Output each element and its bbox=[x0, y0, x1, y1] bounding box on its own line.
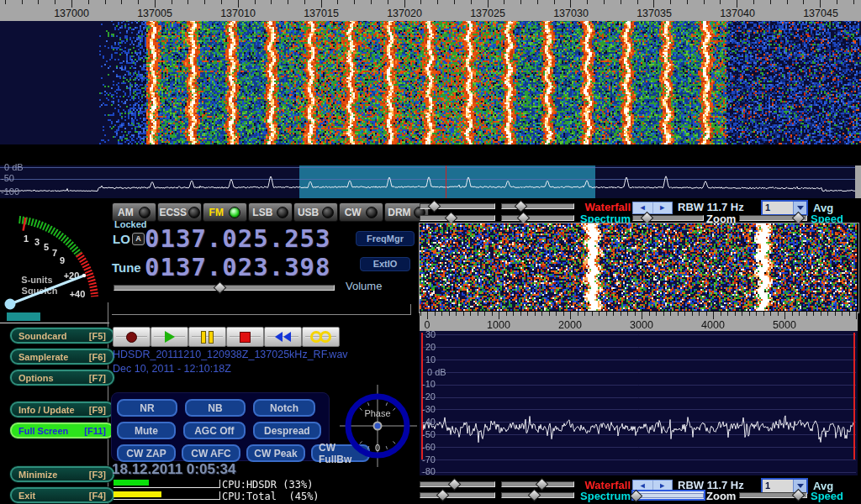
mute-button[interactable]: Mute bbox=[117, 422, 176, 439]
rf-waterfall-display[interactable] bbox=[0, 0, 861, 144]
rf-scale-ticks bbox=[0, 0, 861, 8]
fullscreen-button[interactable]: Full Screen[F11] bbox=[10, 423, 114, 438]
phase-indicator: Phase 0 bbox=[340, 385, 417, 467]
mode-led-icon bbox=[277, 207, 288, 218]
audio-db-label: -50 bbox=[422, 429, 436, 439]
slider-thumb[interactable] bbox=[436, 489, 450, 502]
nb-button[interactable]: NB bbox=[185, 399, 246, 417]
audio-frequency-scale[interactable]: 0 1000 2000 3000 4000 5000 bbox=[420, 312, 858, 331]
mode-led-icon bbox=[322, 207, 334, 218]
notch-button[interactable]: Notch bbox=[253, 399, 315, 417]
cw-zap-button[interactable]: CW ZAP bbox=[117, 444, 176, 462]
audio-db-label: -80 bbox=[422, 466, 436, 476]
volume-label: Volume bbox=[346, 280, 382, 292]
lo-auto-badge[interactable]: A bbox=[132, 233, 145, 245]
spectrum-min-slider-2[interactable] bbox=[420, 491, 495, 500]
recording-date: Dec 10, 2011 - 12:10:18Z bbox=[113, 363, 231, 375]
rewind-button[interactable] bbox=[264, 327, 302, 347]
waterfall-brightness-slider-2[interactable] bbox=[420, 480, 495, 489]
mode-ecss-button[interactable]: ECSS bbox=[157, 202, 202, 222]
button-hotkey: [F9] bbox=[89, 405, 106, 415]
rf-scale-label: 137045 bbox=[795, 8, 846, 19]
spectrum-max-slider-2[interactable] bbox=[501, 491, 574, 500]
audio-scale-label: 4000 bbox=[692, 319, 734, 331]
dsp-panel: NR NB Notch Mute AGC Off Despread CW ZAP… bbox=[111, 392, 330, 461]
s-meter-caption: S-units bbox=[21, 275, 52, 285]
rf-spectrum-display[interactable] bbox=[0, 165, 861, 198]
speed-slider-2[interactable] bbox=[739, 491, 807, 500]
rbw-spinner[interactable]: ◄► bbox=[632, 202, 673, 214]
rf-scale-label: 137005 bbox=[129, 8, 180, 19]
slider-track[interactable] bbox=[501, 203, 574, 209]
play-button[interactable] bbox=[151, 327, 188, 347]
freqmgr-button[interactable]: FreqMgr bbox=[356, 231, 415, 246]
audio-db-label: -30 bbox=[422, 404, 436, 414]
audio-scale-label: 2000 bbox=[549, 319, 591, 331]
phase-value: 0 bbox=[375, 443, 380, 453]
record-button[interactable] bbox=[113, 327, 151, 347]
slider-thumb[interactable] bbox=[536, 478, 549, 491]
soundcard-button[interactable]: Soundcard[F5] bbox=[10, 328, 114, 344]
slider-thumb[interactable] bbox=[214, 281, 227, 295]
stop-button[interactable] bbox=[226, 327, 264, 347]
s-meter-tick-label: +40 bbox=[70, 289, 86, 299]
mode-usb-button[interactable]: USB bbox=[293, 202, 338, 222]
cw-peak-button[interactable]: CW Peak bbox=[246, 444, 305, 462]
nr-button[interactable]: NR bbox=[117, 399, 177, 417]
mode-label: DRM bbox=[388, 207, 410, 218]
slider-thumb[interactable] bbox=[514, 200, 527, 213]
rf-frequency-scale[interactable]: 137000 137005 137010 137015 137020 13702… bbox=[0, 0, 861, 21]
slider-thumb[interactable] bbox=[428, 200, 441, 213]
slider-track[interactable] bbox=[501, 215, 574, 221]
mode-lsb-button[interactable]: LSB bbox=[248, 202, 293, 222]
cw-afc-button[interactable]: CW AFC bbox=[182, 444, 240, 462]
squelch-level-bar[interactable] bbox=[7, 312, 40, 321]
mode-label: ECSS bbox=[159, 207, 187, 218]
extio-button[interactable]: ExtIO bbox=[360, 257, 410, 271]
rf-scale-label: 137010 bbox=[213, 8, 263, 19]
zoom-label-2: Zoom bbox=[706, 490, 736, 502]
mode-cw-button[interactable]: CW bbox=[339, 202, 383, 222]
button-hotkey: [F6] bbox=[89, 352, 106, 362]
loop-button[interactable] bbox=[302, 327, 340, 347]
slider-thumb[interactable] bbox=[528, 489, 541, 502]
exit-button[interactable]: Exit[F4] bbox=[10, 487, 114, 503]
waterfall-brightness-slider[interactable] bbox=[420, 202, 495, 211]
speed-slider[interactable] bbox=[739, 213, 807, 223]
samplerate-button[interactable]: Samplerate[F6] bbox=[10, 349, 114, 365]
avg-value: 1 bbox=[763, 202, 793, 214]
spectrum-max-slider[interactable] bbox=[501, 213, 574, 223]
slider-thumb[interactable] bbox=[447, 478, 461, 491]
mode-fm-button[interactable]: FM bbox=[203, 202, 247, 222]
audio-scale-label: 3000 bbox=[621, 319, 663, 331]
cpu-hdsdr-fill bbox=[114, 480, 149, 486]
options-button[interactable]: Options[F7] bbox=[10, 370, 114, 386]
rbw-decrease-button[interactable]: ◄ bbox=[633, 202, 653, 213]
slider-thumb[interactable] bbox=[791, 489, 805, 502]
cpu-hdsdr-label: CPU:HDSDR (33%) bbox=[222, 479, 313, 491]
waterfall-label: Waterfall bbox=[577, 201, 631, 213]
lo-frequency-display[interactable]: 0137.025.253 bbox=[145, 224, 331, 253]
pause-button[interactable] bbox=[188, 327, 226, 347]
slider-track[interactable] bbox=[420, 492, 495, 498]
slider-thumb[interactable] bbox=[630, 490, 643, 503]
despread-button[interactable]: Despread bbox=[253, 422, 321, 439]
spectrum-min-slider[interactable] bbox=[420, 213, 495, 223]
audio-spectrum-display[interactable] bbox=[420, 331, 858, 475]
s-meter-needle-tip bbox=[82, 274, 86, 277]
info-update-button[interactable]: Info / Update[F9] bbox=[10, 402, 114, 417]
agc-off-button[interactable]: AGC Off bbox=[183, 422, 246, 439]
s-meter[interactable]: 1 3 5 7 9 +20 +40 S-units Squelch bbox=[0, 200, 109, 312]
rf-db-label: 0 dB bbox=[4, 162, 24, 172]
volume-slider[interactable] bbox=[114, 283, 335, 292]
audio-waterfall-display[interactable] bbox=[420, 223, 857, 311]
zoom-slider-2[interactable] bbox=[631, 490, 705, 501]
slider-track[interactable] bbox=[633, 493, 704, 498]
tune-frequency-display[interactable]: 0137.023.398 bbox=[145, 253, 331, 281]
waterfall-contrast-slider[interactable] bbox=[501, 202, 574, 211]
cpu-total-label: CPU:Total (45%) bbox=[222, 491, 320, 502]
rbw-increase-button[interactable]: ► bbox=[653, 202, 673, 213]
waterfall-contrast-slider-2[interactable] bbox=[501, 480, 574, 489]
minimize-button[interactable]: Minimize[F3] bbox=[10, 466, 114, 482]
zoom-slider[interactable] bbox=[632, 213, 704, 223]
